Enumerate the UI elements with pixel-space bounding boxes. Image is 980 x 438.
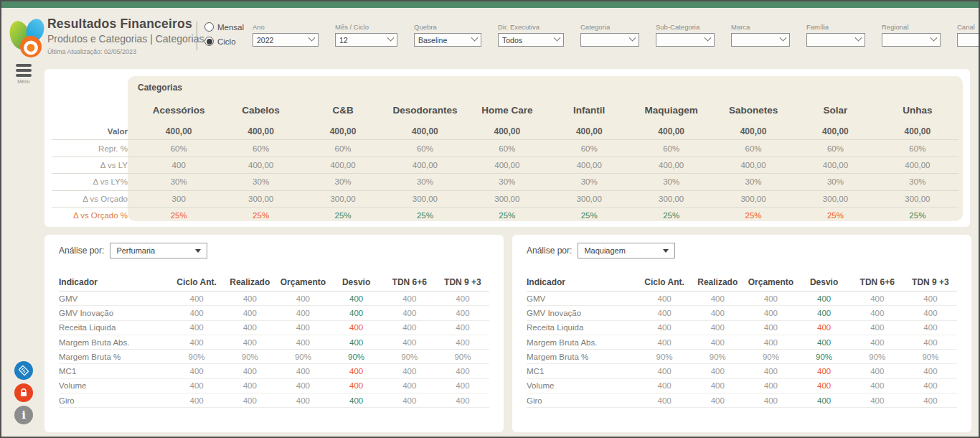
filter-dropdown[interactable]: 2022 — [253, 33, 319, 47]
cat-cell-value: 60% — [220, 144, 301, 153]
analysis-cell-value: 400 — [276, 367, 329, 376]
filter-dropdown[interactable]: Todos — [498, 33, 564, 47]
cat-column-header: Maquiagem — [630, 105, 712, 116]
cat-cell-value: 60% — [630, 144, 712, 153]
analysis-cell-value: 400 — [851, 381, 904, 390]
filter-label: Regional — [882, 23, 941, 31]
analysis-cell-value: 400 — [383, 309, 436, 317]
cat-column-header: Cabelos — [220, 105, 301, 116]
chevron-down-icon — [629, 34, 636, 42]
analysis-cell-value: 400 — [851, 396, 904, 405]
filter-dropdown[interactable] — [580, 33, 639, 47]
filter-dropdown[interactable] — [806, 33, 865, 47]
analysis-cell-value: 90% — [330, 353, 383, 361]
lock-icon — [19, 388, 29, 398]
cat-cell-value: 30% — [302, 177, 384, 186]
filter-7: Família — [806, 23, 865, 47]
cat-row-label: Δ vs Orçado % — [52, 211, 138, 220]
analysis-cell-value: 400 — [436, 367, 489, 376]
filter-label: Quebra — [414, 23, 481, 31]
menu-button[interactable]: Menu — [14, 64, 33, 84]
analysis-panel: Análise por: Perfumaria IndicadorCiclo A… — [44, 235, 504, 432]
analysis-column-header: Desvio — [798, 277, 851, 287]
period-toggle: MensalCiclo — [204, 22, 244, 51]
cat-cell-value: 400,00 — [548, 126, 630, 136]
table-row: Margem Bruta Abs.400400400400400400 — [527, 335, 957, 350]
filter-label: Dir. Executiva — [498, 23, 564, 31]
analysis-cell-value: 400 — [170, 309, 223, 317]
analysis-select-value: Maquiagem — [584, 246, 625, 255]
table-row: Margem Bruta %90%90%90%90%90%90% — [527, 350, 957, 364]
cat-cell-value: 30% — [548, 177, 630, 186]
analysis-cell-value: 400 — [436, 338, 489, 347]
filter-dropdown[interactable] — [957, 33, 980, 47]
analysis-cell-value: 400 — [798, 338, 851, 347]
cat-column-header: Unhas — [877, 105, 958, 116]
analysis-cell-value: 400 — [383, 367, 436, 376]
analysis-column-header: Desvio — [330, 277, 383, 287]
analysis-column-header: Orçamento — [744, 277, 797, 287]
cat-cell-value: 30% — [384, 177, 466, 186]
radio-option-ciclo[interactable]: Ciclo — [204, 37, 244, 46]
chevron-down-icon — [387, 34, 395, 42]
logo-orange-circle — [20, 36, 42, 57]
filter-dropdown[interactable] — [656, 33, 715, 47]
analysis-row-label: Margem Bruta % — [527, 353, 638, 361]
table-row: Δ vs Orçado %25%25%25%25%25%25%25%25%25%… — [52, 207, 958, 223]
analysis-cell-value: 400 — [691, 338, 744, 347]
analysis-dropdown[interactable]: Perfumaria — [110, 243, 207, 258]
analysis-cell-value: 400 — [798, 367, 851, 376]
lock-button[interactable] — [14, 383, 33, 402]
chevron-down-icon — [855, 34, 862, 42]
document-sync-button[interactable] — [14, 361, 33, 380]
analysis-row-label: GMV — [59, 294, 170, 303]
analysis-panel: Análise por: Maquiagem IndicadorCiclo An… — [512, 235, 971, 432]
filter-dropdown[interactable] — [731, 33, 790, 47]
cat-cell-value: 60% — [466, 144, 548, 153]
analysis-cell-value: 400 — [276, 396, 329, 405]
analysis-cell-value: 400 — [223, 338, 276, 347]
analysis-select-value: Perfumaria — [116, 246, 155, 255]
cat-cell-value: 60% — [548, 144, 630, 153]
analysis-cell-value: 400 — [744, 309, 797, 317]
info-button[interactable]: i — [14, 406, 33, 424]
analysis-cell-value: 400 — [691, 367, 744, 376]
analysis-cell-value: 400 — [276, 338, 329, 347]
analysis-cell-value: 400 — [798, 396, 851, 405]
table-row: Δ vs Orçado300300,00300,00300,00300,0030… — [52, 190, 958, 207]
filter-9: Canal — [957, 23, 980, 47]
filter-dropdown[interactable]: 12 — [335, 33, 397, 47]
analysis-cell-value: 400 — [638, 338, 691, 347]
analysis-cell-value: 400 — [170, 396, 223, 405]
cat-cell-value: 60% — [794, 144, 876, 153]
analysis-cell-value: 400 — [851, 309, 904, 317]
analysis-cell-value: 400 — [691, 294, 744, 303]
filter-dropdown[interactable]: Baseline — [414, 33, 481, 47]
cat-cell-value: 400,00 — [466, 161, 548, 169]
filter-dropdown[interactable] — [882, 33, 941, 47]
dropdown-arrow-icon — [195, 249, 201, 253]
analysis-cell-value: 400 — [638, 294, 691, 303]
cat-column-header: Infantil — [548, 105, 630, 116]
analysis-cell-value: 400 — [744, 294, 797, 303]
radio-icon — [204, 22, 214, 32]
categories-table: AcessóriosCabelosC&BDesodorantesHome Car… — [52, 101, 958, 223]
analysis-cell-value: 400 — [383, 323, 436, 332]
analysis-cell-value: 400 — [330, 338, 383, 347]
cat-rows: Valor400,00400,00400,00400,00400,00400,0… — [52, 124, 958, 223]
cat-cell-value: 400,00 — [220, 126, 301, 136]
analysis-cell-value: 400 — [436, 294, 489, 303]
table-row: Giro400400400400400400 — [59, 393, 489, 408]
page-subtitle: Produtos e Categorias | Categorias — [47, 33, 204, 45]
table-row: Volume400400400400400400 — [59, 379, 489, 393]
analysis-header-row: IndicadorCiclo Ant.RealizadoOrçamentoDes… — [59, 274, 489, 292]
analysis-cell-value: 400 — [904, 381, 957, 390]
radio-option-mensal[interactable]: Mensal — [204, 22, 244, 32]
analysis-row-label: Margem Bruta Abs. — [527, 338, 638, 347]
analysis-dropdown[interactable]: Maquiagem — [578, 243, 675, 258]
cat-cell-value: 400,00 — [384, 161, 466, 169]
cat-cell-value: 400,00 — [384, 126, 466, 136]
cat-cell-value: 25% — [877, 211, 958, 220]
cat-cell-value: 25% — [794, 211, 876, 220]
table-row: Δ vs LY%30%30%30%30%30%30%30%30%30%30% — [52, 173, 958, 190]
